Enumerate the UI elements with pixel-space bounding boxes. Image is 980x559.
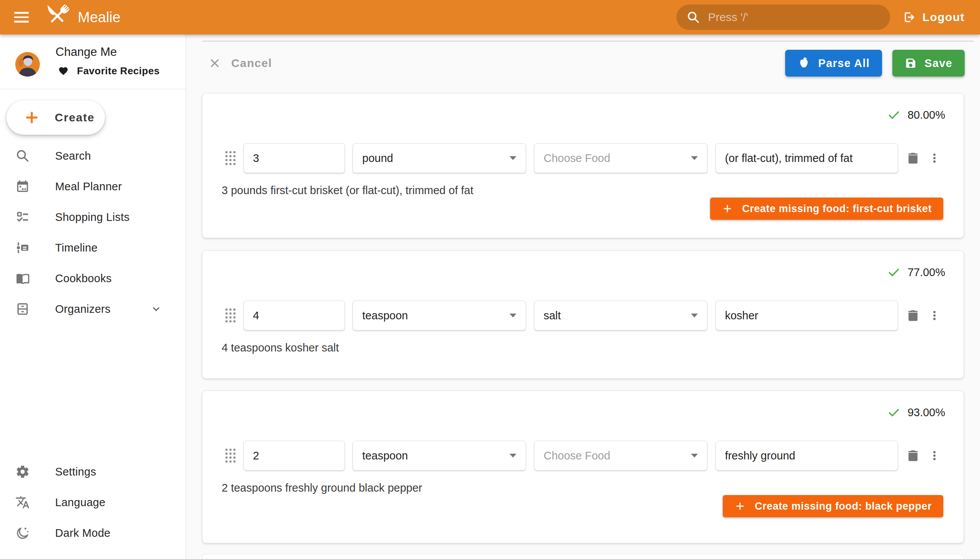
check-icon <box>887 405 901 419</box>
create-missing-food-button[interactable]: Create missing food: first-cut brisket <box>710 198 943 220</box>
dots-vertical-icon <box>928 152 940 164</box>
note-input[interactable] <box>716 143 898 173</box>
plus-icon <box>734 500 746 512</box>
cabinet-icon <box>15 302 30 316</box>
food-select[interactable]: Choose Food <box>534 441 707 471</box>
divider <box>0 89 186 89</box>
sidebar-item-dark-mode[interactable]: Dark Mode <box>0 518 186 548</box>
drag-handle-icon[interactable] <box>225 151 235 165</box>
quantity-input[interactable] <box>243 143 345 173</box>
sidebar: Change Me Favorite Recipes Create Search <box>0 35 186 559</box>
delete-button[interactable] <box>906 448 920 463</box>
heart-icon <box>58 66 69 76</box>
note-input[interactable] <box>716 441 898 471</box>
app-title: Mealie <box>78 9 121 26</box>
user-name: Change Me <box>56 45 117 59</box>
confidence-indicator: 93.00% <box>887 405 945 419</box>
trash-icon <box>906 448 920 463</box>
ingredient-card: 77.00% teaspoon salt <box>202 250 964 379</box>
create-missing-food-label: Create missing food: first-cut brisket <box>742 203 932 215</box>
create-button[interactable]: Create <box>7 100 105 135</box>
food-select-value: Choose Food <box>544 152 610 165</box>
quantity-input[interactable] <box>243 441 345 471</box>
sidebar-item-meal-planner[interactable]: Meal Planner <box>0 171 186 202</box>
search-input[interactable] <box>708 11 880 24</box>
close-icon <box>208 57 221 70</box>
save-button[interactable]: Save <box>892 50 965 76</box>
checklist-icon <box>15 210 30 224</box>
mealie-logo-icon <box>44 5 69 30</box>
drag-handle-icon[interactable] <box>225 309 235 322</box>
sidebar-bottom-nav: Settings Language Dark Mode <box>0 456 186 548</box>
ingredient-card-partial <box>202 554 964 559</box>
avatar[interactable] <box>15 52 40 76</box>
ingredient-fields-row: teaspoon salt <box>225 301 940 331</box>
drag-handle-icon[interactable] <box>225 449 235 463</box>
sidebar-item-settings[interactable]: Settings <box>0 456 186 487</box>
trash-icon <box>906 308 920 323</box>
unit-select-value: pound <box>362 152 393 165</box>
chevron-down-icon <box>150 303 162 315</box>
more-menu-button[interactable] <box>928 152 940 164</box>
check-icon <box>887 108 901 122</box>
create-missing-food-button[interactable]: Create missing food: black pepper <box>723 495 943 517</box>
menu-down-icon <box>691 314 698 318</box>
ingredient-fields-row: pound Choose Food <box>225 143 940 173</box>
original-ingredient-text: 3 pounds first-cut brisket (or flat-cut)… <box>221 184 474 197</box>
search-icon <box>15 149 30 163</box>
confidence-indicator: 80.00% <box>887 108 945 122</box>
save-icon <box>905 57 917 69</box>
menu-icon[interactable] <box>14 12 29 23</box>
menu-down-icon <box>509 454 516 458</box>
food-select[interactable]: Choose Food <box>534 143 707 173</box>
content-top-divider <box>202 41 974 42</box>
create-missing-food-label: Create missing food: black pepper <box>755 500 932 512</box>
more-menu-button[interactable] <box>928 450 940 462</box>
dots-vertical-icon <box>928 309 940 322</box>
food-select[interactable]: salt <box>534 301 707 331</box>
delete-button[interactable] <box>906 308 920 323</box>
ingredient-card: 93.00% teaspoon Choose Food <box>202 390 964 543</box>
search-icon <box>686 10 700 24</box>
sidebar-item-organizers[interactable]: Organizers <box>0 294 186 324</box>
sidebar-nav: Search Meal Planner Shopping Lists <box>0 141 186 324</box>
confidence-value: 77.00% <box>908 266 945 279</box>
delete-button[interactable] <box>906 151 920 165</box>
plus-icon <box>23 109 40 126</box>
parse-all-button[interactable]: Parse All <box>785 50 882 76</box>
quantity-input[interactable] <box>243 301 345 331</box>
logout-button[interactable]: Logout <box>902 10 965 24</box>
note-input[interactable] <box>716 301 898 331</box>
menu-down-icon <box>509 156 516 160</box>
unit-select-value: teaspoon <box>362 450 408 462</box>
confidence-value: 93.00% <box>908 406 945 419</box>
favorite-recipes-link[interactable]: Favorite Recipes <box>58 65 160 77</box>
unit-select[interactable]: teaspoon <box>352 441 526 471</box>
original-ingredient-text: 4 teaspoons kosher salt <box>221 342 339 354</box>
ingredient-list: 80.00% pound Choose Food <box>202 93 964 543</box>
parser-toolbar: Cancel Parse All Save <box>202 50 965 76</box>
moon-icon <box>15 526 30 540</box>
ingredient-fields-row: teaspoon Choose Food <box>225 441 940 471</box>
calendar-icon <box>15 179 30 194</box>
check-icon <box>887 265 901 279</box>
plus-icon <box>722 203 733 214</box>
unit-select[interactable]: teaspoon <box>352 301 526 331</box>
main-content: Cancel Parse All Save 80.00% <box>186 35 980 559</box>
sidebar-item-cookbooks[interactable]: Cookbooks <box>0 263 186 294</box>
logout-icon <box>902 10 916 24</box>
unit-select[interactable]: pound <box>352 143 526 173</box>
original-ingredient-text: 2 teaspoons freshly ground black pepper <box>221 482 422 494</box>
cancel-button[interactable]: Cancel <box>202 57 278 70</box>
trash-icon <box>906 151 920 165</box>
dots-vertical-icon <box>928 450 940 462</box>
unit-select-value: teaspoon <box>362 309 408 322</box>
global-search[interactable] <box>676 5 890 30</box>
menu-down-icon <box>509 314 516 318</box>
sidebar-item-shopping-lists[interactable]: Shopping Lists <box>0 202 186 232</box>
sidebar-item-timeline[interactable]: Timeline <box>0 232 186 263</box>
food-select-value: Choose Food <box>544 450 610 462</box>
more-menu-button[interactable] <box>928 309 940 322</box>
sidebar-item-language[interactable]: Language <box>0 487 186 518</box>
sidebar-item-search[interactable]: Search <box>0 141 186 171</box>
